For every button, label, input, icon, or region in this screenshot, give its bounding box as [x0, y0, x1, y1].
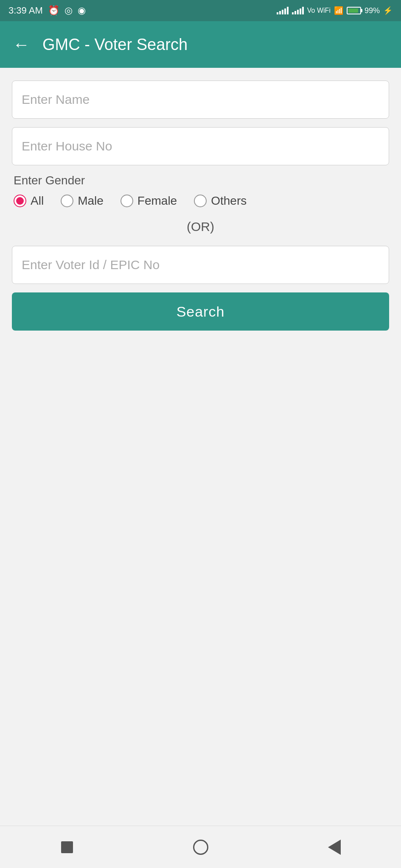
app-header: ← GMC - Voter Search: [0, 21, 401, 68]
main-content: Enter Gender All Male Female: [0, 68, 401, 826]
voter-id-input[interactable]: [12, 246, 389, 284]
location-icon: ◎: [64, 5, 73, 16]
radio-female[interactable]: Female: [121, 194, 177, 208]
radio-label-all: All: [31, 194, 44, 208]
radio-label-female: Female: [137, 194, 177, 208]
signal-icon-1: [277, 7, 289, 14]
nav-recents-button[interactable]: [324, 837, 345, 858]
wifi-icon: 📶: [334, 6, 343, 15]
house-no-input[interactable]: [12, 127, 389, 165]
gender-label: Enter Gender: [14, 174, 387, 187]
status-bar: 3:39 AM ⏰ ◎ ◉ Vo WiFi 📶 99% ⚡: [0, 0, 401, 21]
vo-wifi-label: Vo WiFi: [307, 7, 331, 14]
status-bar-left: 3:39 AM ⏰ ◎ ◉: [8, 5, 86, 16]
radio-inner-all: [16, 197, 24, 205]
name-input[interactable]: [12, 81, 389, 119]
radio-circle-male: [61, 195, 73, 207]
circle-icon: [193, 840, 208, 855]
radio-label-male: Male: [78, 194, 104, 208]
sync-icon: ◉: [78, 5, 86, 16]
square-icon: [61, 841, 73, 853]
radio-male[interactable]: Male: [61, 194, 104, 208]
signal-icon-2: [292, 7, 304, 14]
radio-others[interactable]: Others: [194, 194, 247, 208]
status-bar-right: Vo WiFi 📶 99% ⚡: [277, 6, 393, 15]
gender-section: Enter Gender All Male Female: [12, 174, 389, 208]
radio-circle-female: [121, 195, 133, 207]
page-title: GMC - Voter Search: [42, 36, 188, 54]
gender-options: All Male Female Others: [14, 194, 387, 208]
radio-label-others: Others: [211, 194, 247, 208]
time-display: 3:39 AM: [8, 5, 43, 16]
radio-circle-others: [194, 195, 207, 207]
charging-icon: ⚡: [383, 6, 393, 15]
triangle-icon: [328, 840, 341, 855]
nav-back-button[interactable]: [190, 837, 211, 858]
back-button[interactable]: ←: [13, 36, 30, 53]
bottom-nav: [0, 826, 401, 868]
battery-indicator: [347, 7, 361, 14]
battery-percent: 99%: [365, 6, 380, 15]
search-button[interactable]: Search: [12, 292, 389, 331]
or-divider: (OR): [12, 216, 389, 237]
radio-all[interactable]: All: [14, 194, 44, 208]
nav-home-button[interactable]: [56, 837, 78, 858]
radio-circle-all: [14, 195, 26, 207]
alarm-icon: ⏰: [48, 5, 59, 16]
